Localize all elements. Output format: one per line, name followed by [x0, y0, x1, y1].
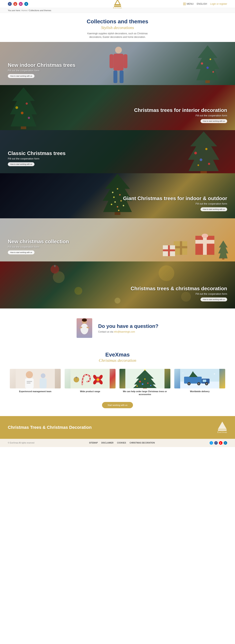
- linkedin-icon[interactable]: li: [24, 2, 28, 6]
- svg-point-23: [208, 163, 210, 165]
- footer-twitter-icon[interactable]: t: [210, 441, 213, 445]
- breadcrumb-you-are-here: You are here:: [8, 9, 21, 12]
- question-desc: Contact us via info@kaemingk.com: [98, 330, 158, 333]
- svg-point-27: [112, 192, 113, 193]
- footer-facebook-icon[interactable]: f: [214, 441, 218, 445]
- svg-rect-67: [39, 378, 47, 388]
- banner-6-content: Christmas trees & christmas decoration F…: [131, 286, 227, 302]
- banner-5-title: New christmas collection: [8, 238, 69, 244]
- footer-nav: SITEMAP DISCLAIMER COOKIES CHRISTMAS DEC…: [89, 442, 155, 444]
- question-avatar: [77, 318, 92, 338]
- svg-rect-9: [124, 54, 127, 68]
- footer-nav-cookies[interactable]: COOKIES: [117, 442, 126, 444]
- login-button[interactable]: Login or register: [210, 2, 227, 5]
- tree-decoration-2: [6, 86, 41, 129]
- svg-rect-13: [21, 126, 26, 129]
- social-icons: f g in li: [8, 2, 28, 6]
- management-image: [10, 369, 61, 388]
- svg-rect-79: [143, 388, 147, 388]
- banner-6-title: Christmas trees & christmas decoration: [131, 286, 227, 292]
- feature-card-img-4: ❄ ❄: [174, 369, 225, 388]
- svg-point-51: [159, 265, 174, 281]
- svg-point-58: [80, 324, 88, 334]
- header: f g in li EveXmas MENU ENGLISH Login or …: [0, 0, 235, 8]
- footer-logo-text: EveXmas: [217, 431, 227, 433]
- footer-nav-disclaimer[interactable]: DISCLAIMER: [101, 442, 113, 444]
- hamburger-icon: [183, 3, 186, 5]
- footer-nav-sitemap[interactable]: SITEMAP: [89, 442, 98, 444]
- product-range-image: [65, 369, 116, 388]
- svg-point-85: [150, 385, 151, 386]
- footer-logo: EveXmas: [217, 422, 227, 433]
- feature-card-3: We can help order large Christmas trees …: [117, 369, 172, 396]
- banner-4-title: Giant Christmas trees for indoor & outdo…: [123, 196, 227, 202]
- footer-nav-christmas[interactable]: CHRISTMAS DECORATION: [130, 442, 155, 444]
- svg-rect-46: [163, 249, 175, 251]
- svg-rect-19: [201, 171, 207, 173]
- svg-marker-18: [188, 132, 219, 171]
- banner-6-cta[interactable]: How to start working with us: [201, 298, 227, 302]
- svg-marker-0: [196, 45, 219, 80]
- banner-6: Christmas trees & christmas decoration F…: [0, 262, 235, 308]
- banner-4-desc: Fill out the cooperation form: [123, 202, 227, 205]
- language-selector[interactable]: ENGLISH: [197, 2, 207, 5]
- svg-point-82: [142, 383, 143, 385]
- banner-1-content: New indoor Christmas trees Fill out the …: [8, 62, 75, 78]
- breadcrumb-home[interactable]: Home: [21, 9, 27, 12]
- facebook-icon[interactable]: f: [8, 2, 12, 6]
- svg-point-4: [207, 67, 209, 69]
- svg-point-57: [82, 318, 87, 322]
- evexmas-section: EveXmas Christmas decoration: [0, 348, 235, 365]
- svg-point-29: [113, 196, 115, 198]
- feature-card-img-3: [119, 369, 170, 388]
- banner-5-cta[interactable]: How to start working with us: [8, 250, 34, 254]
- svg-point-97: [206, 383, 207, 384]
- evexmas-subtitle: Christmas decoration: [8, 358, 227, 363]
- banner-1-cta[interactable]: How to start working with us: [8, 74, 34, 78]
- svg-point-22: [200, 158, 202, 161]
- banner-3-title: Classic Christmas trees: [8, 150, 66, 156]
- page-title: Collections and themes: [8, 18, 227, 25]
- feature-card-4-label: Worldwide delivery: [174, 390, 225, 393]
- svg-point-95: [198, 383, 200, 384]
- logo-text: EveXmas: [113, 7, 122, 9]
- banner-2-title: Christmas trees for interior decoration: [134, 107, 227, 113]
- svg-marker-12: [10, 88, 37, 126]
- footer-linkedin-icon[interactable]: in: [224, 441, 227, 445]
- cta-button[interactable]: Start working with us: [102, 402, 133, 408]
- menu-button[interactable]: MENU: [183, 2, 194, 5]
- svg-point-34: [117, 206, 118, 207]
- svg-rect-26: [115, 212, 120, 215]
- logo[interactable]: EveXmas: [113, 0, 122, 9]
- svg-rect-8: [109, 54, 113, 68]
- feature-cards: Experienced management team Wide: [0, 365, 235, 398]
- svg-rect-43: [174, 246, 187, 248]
- footer-youtube-icon[interactable]: ▶: [219, 441, 223, 445]
- banner-3-cta[interactable]: How to start working with us: [8, 162, 34, 166]
- banner-5: New christmas collection Fill out the co…: [0, 218, 235, 262]
- svg-point-2: [201, 62, 203, 64]
- svg-text:❄: ❄: [182, 372, 184, 374]
- svg-rect-65: [27, 382, 30, 384]
- svg-point-84: [137, 386, 138, 387]
- svg-point-32: [120, 200, 122, 202]
- instagram-icon[interactable]: in: [19, 2, 23, 6]
- svg-point-74: [97, 378, 99, 381]
- avatar-illustration: [77, 318, 92, 338]
- svg-rect-91: [203, 380, 206, 382]
- googleplus-icon[interactable]: g: [13, 2, 17, 6]
- banner-5-content: New christmas collection Fill out the co…: [8, 238, 69, 254]
- gifts-decoration: [161, 222, 219, 258]
- svg-rect-1: [206, 80, 210, 83]
- footer-logo-base: [218, 430, 227, 431]
- banner-4-cta[interactable]: How to start working with us: [201, 207, 227, 211]
- question-email-link[interactable]: info@kaemingk.com: [114, 330, 135, 333]
- feature-card-img-1: [10, 369, 61, 388]
- breadcrumb-current: Collections and themes: [29, 9, 51, 12]
- banner-3: Classic Christmas trees Fill out the coo…: [0, 130, 235, 173]
- svg-rect-61: [16, 369, 55, 388]
- banner-2-cta[interactable]: How to start working with us: [201, 119, 227, 123]
- feature-card-3-label: We can help order large Christmas trees …: [119, 390, 170, 396]
- feature-card-1: Experienced management team: [8, 369, 63, 396]
- svg-text:❄: ❄: [214, 372, 216, 375]
